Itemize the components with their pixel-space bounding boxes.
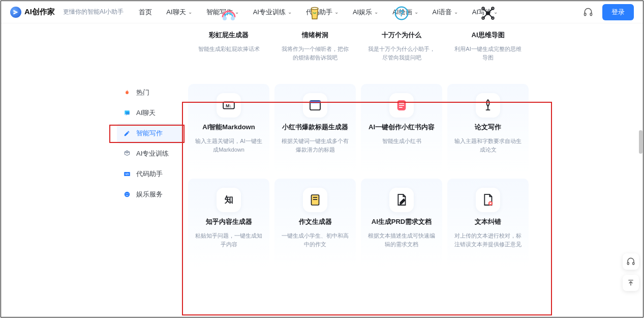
markdown-icon: M↓	[217, 93, 241, 118]
card-emotion[interactable]: 情绪树洞 我将作为一个倾听者，把你的烦恼都告诉我吧	[274, 1, 356, 70]
card-title: 小红书爆款标题生成器	[282, 123, 348, 132]
sidebar: 热门 AI聊天 智能写作 AI专业训练 </> 代码助手 娱乐服务	[117, 82, 183, 205]
login-button[interactable]: 登录	[602, 4, 634, 20]
card-title: AI一键创作小红书内容	[369, 123, 435, 132]
cube-icon	[123, 150, 131, 158]
card-desc: 智能生成小红书	[382, 137, 421, 146]
svg-rect-31	[633, 263, 634, 265]
logo[interactable]: AI创作家	[10, 7, 55, 18]
card-title: 十万个为什么	[382, 31, 421, 40]
float-actions	[623, 253, 639, 291]
card-title: AI思维导图	[472, 31, 505, 40]
sidebar-item-label: AI专业训练	[136, 149, 169, 158]
chat-icon	[123, 109, 131, 117]
card-xhs-content[interactable]: AI一键创作小红书内容 智能生成小红书	[361, 84, 442, 174]
svg-point-4	[125, 192, 130, 197]
svg-rect-30	[627, 263, 629, 265]
tagline: 更懂你的智能AI小助手	[63, 8, 124, 16]
nav-home[interactable]: 首页	[139, 8, 152, 17]
card-desc: 一键生成小学生、初中和高中的作文	[282, 232, 349, 248]
card-title: 彩虹屁生成器	[209, 31, 249, 40]
card-xhs-title[interactable]: 小红书爆款标题生成器 根据关键词一键生成多个有爆款潜力的标题	[274, 84, 356, 174]
card-title: AI生成PRD需求文档	[372, 217, 432, 226]
rainbow-icon	[217, 1, 241, 25]
svg-rect-24	[399, 107, 403, 108]
mindmap-icon	[476, 1, 500, 25]
card-thesis[interactable]: 论文写作 输入主题和字数要求自动生成论文	[447, 84, 529, 174]
sidebar-item-training[interactable]: AI专业训练	[117, 143, 183, 164]
svg-rect-0	[585, 13, 586, 15]
sidebar-item-code[interactable]: </> 代码助手	[117, 164, 183, 184]
card-essay[interactable]: 作文生成器 一键生成小学生、初中和高中的作文	[274, 179, 356, 268]
svg-rect-23	[399, 105, 404, 106]
smile-icon	[123, 190, 131, 198]
svg-rect-22	[399, 103, 404, 104]
card-desc: 根据关键词一键生成多个有爆款潜力的标题	[282, 137, 349, 154]
card-markdown[interactable]: M↓ AI智能Markdown 输入主题关键词，AI一键生成Markdown	[188, 84, 269, 174]
card-zhihu[interactable]: 知 知乎内容生成器 粘贴知乎问题，一键生成知乎内容	[188, 179, 269, 268]
card-desc: 输入主题和字数要求自动生成论文	[454, 137, 522, 154]
card-desc: 粘贴知乎问题，一键生成知乎内容	[195, 232, 262, 248]
back-to-top-button[interactable]	[623, 275, 639, 291]
svg-point-7	[223, 16, 227, 20]
card-desc: 智能生成彩虹屁吹捧话术	[198, 45, 260, 53]
fire-icon	[123, 89, 131, 97]
logo-icon	[10, 7, 21, 18]
card-desc: 对上传的文本进行校对，标注错误文本并提供修正意见	[454, 232, 522, 248]
svg-point-9	[311, 7, 318, 10]
sidebar-item-writing[interactable]: 智能写作	[117, 123, 183, 143]
svg-point-8	[231, 16, 235, 20]
card-title: 文本纠错	[475, 217, 501, 226]
cup-icon	[303, 1, 327, 25]
edit-icon	[123, 129, 131, 137]
card-rainbow[interactable]: 彩虹屁生成器 智能生成彩虹屁吹捧话术	[188, 1, 269, 70]
card-mindmap[interactable]: AI思维导图 利用AI一键生成完整的思维导图	[447, 1, 529, 70]
card-title: 作文生成器	[299, 217, 332, 226]
note-icon	[389, 93, 414, 118]
brand-name: AI创作家	[24, 7, 55, 17]
sidebar-item-chat[interactable]: AI聊天	[117, 103, 183, 123]
svg-text:知: 知	[224, 195, 233, 205]
card-desc: 根据文本描述生成可快速编辑的需求文档	[368, 232, 435, 248]
sidebar-item-hot[interactable]: 热门	[117, 82, 183, 103]
sidebar-item-label: AI聊天	[136, 108, 156, 118]
doc-icon	[303, 188, 327, 212]
sidebar-item-entertainment[interactable]: 娱乐服务	[117, 184, 183, 205]
svg-rect-28	[313, 199, 317, 200]
scrollbar-thumb[interactable]	[639, 130, 642, 154]
card-desc: 我将作为一个倾听者，把你的烦恼都告诉我吧	[282, 45, 349, 62]
code-icon: </>	[123, 170, 131, 178]
support-button[interactable]	[623, 253, 639, 270]
svg-rect-1	[590, 13, 592, 15]
sidebar-item-label: 代码助手	[136, 169, 163, 179]
window-icon	[303, 93, 327, 118]
sidebar-item-label: 智能写作	[136, 129, 163, 138]
file-edit-icon	[389, 188, 414, 212]
content-grid: 彩虹屁生成器 智能生成彩虹屁吹捧话术 情绪树洞 我将作为一个倾听者，把你的烦恼都…	[188, 1, 544, 273]
svg-rect-27	[313, 197, 317, 198]
question-icon: ?	[389, 1, 414, 25]
svg-text:?: ?	[399, 9, 404, 18]
card-title: 论文写作	[475, 123, 501, 132]
card-prd[interactable]: AI生成PRD需求文档 根据文本描述生成可快速编辑的需求文档	[361, 179, 442, 268]
card-desc: 利用AI一键生成完整的思维导图	[454, 45, 522, 62]
sidebar-item-label: 娱乐服务	[136, 190, 163, 199]
svg-point-6	[128, 193, 129, 194]
pen-icon	[476, 93, 500, 118]
zhihu-icon: 知	[217, 188, 241, 212]
svg-rect-20	[310, 101, 320, 103]
file-error-icon	[476, 188, 500, 212]
svg-text:M↓: M↓	[226, 103, 232, 108]
sidebar-item-label: 热门	[136, 88, 149, 97]
headset-icon[interactable]	[583, 7, 593, 17]
card-why[interactable]: ? 十万个为什么 我是十万个为什么小助手，尽管向我提问吧	[361, 1, 442, 70]
svg-text:</>: </>	[125, 172, 129, 176]
card-title: AI智能Markdown	[202, 123, 255, 132]
card-desc: 我是十万个为什么小助手，尽管向我提问吧	[368, 45, 435, 62]
svg-point-5	[126, 193, 127, 194]
card-correction[interactable]: 文本纠错 对上传的文本进行校对，标注错误文本并提供修正意见	[447, 179, 529, 268]
card-desc: 输入主题关键词，AI一键生成Markdown	[195, 137, 262, 154]
card-title: 情绪树洞	[302, 31, 328, 40]
card-title: 知乎内容生成器	[206, 217, 252, 226]
